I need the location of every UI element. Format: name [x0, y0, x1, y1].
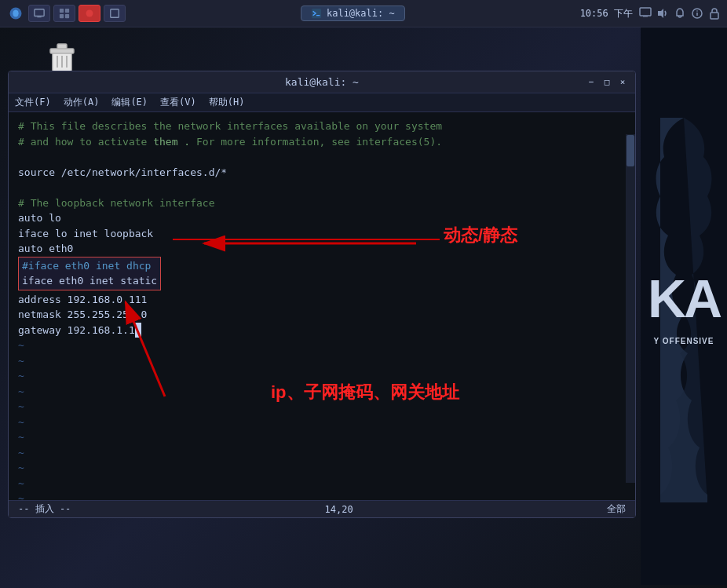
svg-rect-2 [37, 16, 41, 17]
content-line-2: # and how to activate them . For more in… [18, 134, 623, 150]
tilde-1: ~ [18, 338, 623, 353]
content-line-12: address 192.168.0.111 [18, 292, 623, 308]
close-button[interactable]: × [616, 76, 629, 89]
lock-icon[interactable] [708, 7, 721, 20]
menu-edit[interactable]: 编辑(E) [111, 96, 148, 109]
scrollbar-thumb[interactable] [627, 135, 634, 166]
menu-bar: 文件(F) 动作(A) 编辑(E) 查看(V) 帮助(H) [9, 93, 635, 112]
taskbar-time: 10:56 下午 [580, 7, 633, 20]
scrollbar[interactable] [626, 134, 635, 483]
highlighted-dhcp-block: #iface eth0 inet dhcp iface eth0 inet st… [18, 257, 161, 290]
desktop: kali@kali: ~ 10:56 下午 [0, 0, 727, 588]
tilde-4: ~ [18, 384, 623, 400]
tilde-11: ~ [18, 491, 623, 500]
taskbar: kali@kali: ~ 10:56 下午 [0, 0, 727, 27]
svg-rect-19 [50, 49, 74, 53]
menu-file[interactable]: 文件(F) [15, 96, 51, 109]
bell-icon[interactable] [674, 7, 686, 20]
content-line-9: auto eth0 [18, 241, 623, 257]
content-line-10: #iface eth0 inet dhcp [22, 258, 157, 274]
terminal-taskbar-button[interactable]: kali@kali: ~ [301, 5, 405, 21]
svg-rect-1 [35, 9, 44, 16]
svg-rect-17 [711, 13, 718, 19]
svg-point-16 [696, 10, 698, 12]
cursor-position: 14,20 [325, 504, 353, 515]
menu-help[interactable]: 帮助(H) [209, 96, 245, 109]
tilde-10: ~ [18, 476, 623, 491]
content-line-5 [18, 180, 623, 195]
kali-logo-area: KA Y OFFENSIVE [641, 27, 727, 585]
content-line-13: netmask 255.255.255.0 [18, 307, 623, 323]
tilde-7: ~ [18, 429, 623, 445]
kali-menu-icon[interactable] [6, 4, 25, 23]
taskbar-system-icons [639, 7, 721, 20]
terminal-taskbar-title: kali@kali: ~ [327, 8, 395, 19]
minimize-button[interactable]: − [585, 76, 597, 89]
svg-rect-20 [57, 44, 67, 49]
content-line-8: iface lo inet loopback [18, 226, 623, 242]
svg-rect-6 [65, 14, 69, 18]
menu-view[interactable]: 查看(V) [160, 96, 196, 109]
tilde-9: ~ [18, 460, 623, 476]
terminal-controls: − □ × [585, 76, 629, 89]
taskbar-btn-2[interactable] [53, 5, 75, 22]
terminal-title: kali@kali: ~ [285, 76, 359, 88]
view-mode: 全部 [607, 502, 626, 516]
cursor [135, 323, 141, 338]
svg-point-7 [86, 10, 93, 17]
tilde-6: ~ [18, 415, 623, 430]
content-line-4: source /etc/network/interfaces.d/* [18, 165, 623, 181]
svg-rect-8 [111, 9, 119, 18]
content-line-14: gateway 192.168.1.1 [18, 323, 623, 338]
taskbar-left [6, 4, 126, 23]
content-line-3 [18, 149, 623, 165]
taskbar-btn-3[interactable] [79, 5, 100, 22]
terminal-window: kali@kali: ~ − □ × 文件(F) 动作(A) 编辑(E) 查看(… [8, 71, 636, 518]
menu-action[interactable]: 动作(A) [64, 96, 100, 109]
content-line-1: # This file describes the network interf… [18, 119, 623, 134]
volume-icon[interactable] [656, 7, 669, 20]
taskbar-center: kali@kali: ~ [126, 5, 580, 21]
status-bar: -- 插入 -- 14,20 全部 [9, 500, 635, 517]
taskbar-btn-4[interactable] [104, 5, 126, 22]
svg-marker-13 [658, 9, 663, 18]
svg-rect-4 [65, 9, 69, 13]
maximize-button[interactable]: □ [601, 76, 613, 89]
kali-offensive-text: Y OFFENSIVE [654, 337, 714, 345]
vim-mode: -- 插入 -- [18, 502, 71, 516]
svg-rect-5 [60, 14, 64, 18]
info-icon[interactable] [691, 7, 703, 20]
tilde-5: ~ [18, 399, 623, 415]
tilde-3: ~ [18, 368, 623, 384]
taskbar-right: 10:56 下午 [580, 7, 721, 20]
svg-rect-11 [640, 8, 651, 16]
monitor-icon[interactable] [639, 7, 652, 20]
kali-letters: KA Y OFFENSIVE [641, 71, 727, 542]
content-line-11: iface eth0 inet static [22, 273, 157, 289]
tilde-2: ~ [18, 353, 623, 369]
taskbar-btn-1[interactable] [28, 5, 50, 22]
terminal-titlebar: kali@kali: ~ − □ × [9, 71, 635, 93]
terminal-content[interactable]: # This file describes the network interf… [9, 112, 635, 500]
kali-ka-text: KA [648, 268, 720, 329]
tilde-8: ~ [18, 445, 623, 461]
content-line-7: auto lo [18, 210, 623, 226]
svg-rect-3 [60, 9, 64, 13]
content-line-6: # The loopback network interface [18, 195, 623, 211]
